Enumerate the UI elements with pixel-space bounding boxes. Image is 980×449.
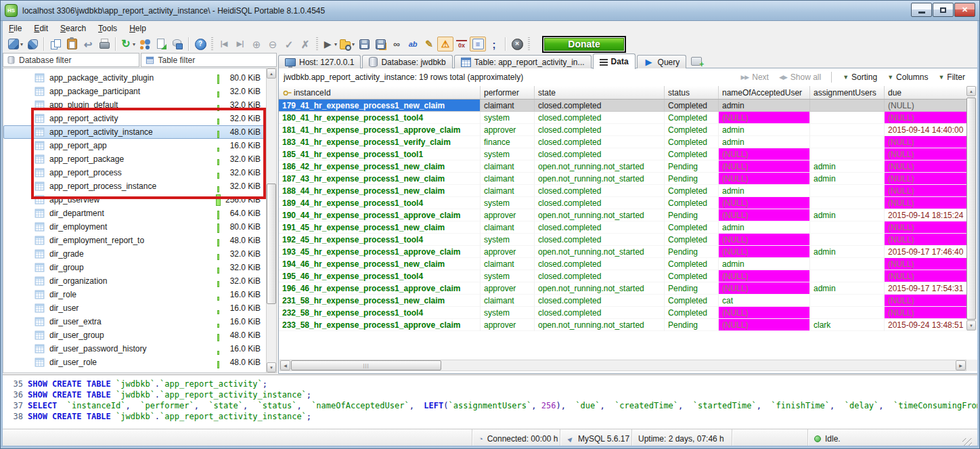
table-item-dir_employment[interactable]: dir_employment80.0 KiB — [3, 220, 266, 234]
data-row[interactable]: 192_45_hr_expense_process1_tool4systemcl… — [279, 234, 978, 246]
grid-cell[interactable]: claimant — [481, 221, 535, 234]
grid-cell[interactable]: cat — [719, 295, 810, 307]
grid-cell[interactable]: admin — [719, 221, 810, 234]
data-row[interactable]: 189_44_hr_expense_process1_tool4systemcl… — [279, 197, 978, 209]
grid-cell[interactable]: 190_44_hr_expense_process1_approve_claim — [279, 209, 481, 221]
close-button[interactable]: ✕ — [954, 3, 975, 17]
grid-cell[interactable]: 189_44_hr_expense_process1_tool4 — [279, 197, 481, 209]
grid-cell[interactable]: 231_58_hr_expense_process1_new_claim — [279, 295, 481, 307]
grid-cell[interactable]: admin — [719, 258, 810, 270]
grid-cell[interactable]: approver — [481, 124, 535, 136]
data-row[interactable]: 231_58_hr_expense_process1_new_claimclai… — [279, 295, 978, 307]
sorting-dropdown[interactable]: ▼Sorting — [843, 72, 877, 82]
data-row[interactable]: 193_45_hr_expense_process1_approve_claim… — [279, 246, 978, 258]
hex-view-toggle[interactable]: 0x — [453, 37, 470, 51]
scroll-left-icon[interactable]: ◀ — [280, 360, 290, 370]
error-warning-toggle[interactable]: ⚠ — [437, 37, 453, 51]
grid-cell[interactable]: Completed — [665, 221, 719, 234]
data-row[interactable]: 179_41_hr_expense_process1_new_claimclai… — [279, 100, 978, 112]
grid-cell[interactable]: 233_58_hr_expense_process1_approve_claim — [279, 319, 481, 331]
replace-text-button[interactable]: ab — [405, 37, 421, 51]
scroll-up-icon[interactable]: ▲ — [267, 68, 276, 79]
grid-cell[interactable]: (NULL) — [885, 148, 968, 161]
tab-data[interactable]: Data — [593, 54, 636, 69]
grid-cell[interactable]: closed.completed — [535, 136, 665, 148]
grid-cell[interactable]: closed.completed — [535, 258, 665, 270]
menu-edit[interactable]: Edit — [28, 22, 54, 35]
tab-database[interactable]: Database: jwdbkb — [362, 55, 452, 68]
grid-cell[interactable]: admin — [810, 173, 885, 185]
grid-cell[interactable]: 192_45_hr_expense_process1_tool4 — [279, 234, 481, 246]
table-item-app_plugin_default[interactable]: app_plugin_default32.0 KiB — [3, 98, 266, 112]
grid-cell[interactable]: (NULL) — [719, 161, 810, 173]
grid-cell[interactable]: Completed — [665, 100, 719, 112]
sql-log[interactable]: 35SHOW CREATE TABLE `jwdbkb`.`app_report… — [3, 375, 979, 429]
grid-cell[interactable]: admin — [719, 185, 810, 197]
table-item-app_report_app[interactable]: app_report_app16.0 KiB — [3, 139, 266, 152]
grid-cell[interactable]: Completed — [665, 124, 719, 136]
grid-cell[interactable] — [810, 185, 885, 197]
grid-cell[interactable]: approver — [481, 246, 535, 258]
data-row[interactable]: 196_46_hr_expense_process1_approve_claim… — [279, 282, 978, 295]
grid-cell[interactable]: Completed — [665, 185, 719, 197]
grid-cell[interactable]: Completed — [665, 258, 719, 270]
tree-scrollbar[interactable]: ▲ ▼ — [266, 68, 277, 373]
table-item-app_package_participant[interactable]: app_package_participant32.0 KiB — [3, 85, 266, 98]
grid-cell[interactable]: 191_45_hr_expense_process1_new_claim — [279, 221, 481, 234]
grid-cell[interactable] — [810, 124, 885, 136]
grid-cell[interactable]: 196_46_hr_expense_process1_approve_claim — [279, 282, 481, 295]
grid-cell[interactable]: (NULL) — [719, 197, 810, 209]
table-item-app_report_activity[interactable]: app_report_activity32.0 KiB — [3, 112, 266, 125]
grid-cell[interactable] — [810, 112, 885, 124]
grid-cell[interactable]: finance — [481, 136, 535, 148]
grid-cell[interactable]: Pending — [665, 161, 719, 173]
grid-cell[interactable]: 183_41_hr_expense_process1_verify_claim — [279, 136, 481, 148]
grid-cell[interactable]: Pending — [665, 246, 719, 258]
help-button[interactable]: ? — [192, 37, 208, 51]
grid-cell[interactable]: admin — [719, 136, 810, 148]
grid-cell[interactable]: (NULL) — [885, 100, 968, 112]
database-filter-input[interactable]: Database filter — [3, 53, 139, 67]
grid-cell[interactable]: (NULL) — [885, 173, 968, 185]
scroll-right-icon[interactable]: ▶ — [956, 360, 966, 370]
grid-cell[interactable]: 185_41_hr_expense_process1_tool1 — [279, 148, 481, 161]
menu-search[interactable]: Search — [54, 22, 92, 35]
grid-cell[interactable] — [810, 270, 885, 282]
grid-cell[interactable] — [810, 295, 885, 307]
grid-cell[interactable] — [810, 221, 885, 234]
data-row[interactable]: 187_43_hr_expense_process1_new_claimclai… — [279, 173, 978, 185]
menu-tools[interactable]: Tools — [92, 22, 123, 35]
data-row[interactable]: 232_58_hr_expense_process1_tool4systemcl… — [279, 307, 978, 319]
table-item-dir_user[interactable]: dir_user16.0 KiB — [3, 301, 266, 315]
data-row[interactable]: 180_41_hr_expense_process1_tool4systemcl… — [279, 112, 978, 124]
grid-cell[interactable]: 2015-09-17 17:46:40 — [885, 246, 968, 258]
table-item-dir_group[interactable]: dir_group32.0 KiB — [3, 261, 266, 274]
grid-cell[interactable]: system — [481, 112, 535, 124]
grid-cell[interactable]: 179_41_hr_expense_process1_new_claim — [279, 100, 481, 112]
grid-horizontal-scrollbar[interactable]: ◀ ||| ▶ — [280, 360, 966, 371]
grid-cell[interactable]: (NULL) — [885, 258, 968, 270]
grid-cell[interactable]: open.not_running.not_started — [535, 209, 665, 221]
grid-cell[interactable]: (NULL) — [719, 112, 810, 124]
grid-cell[interactable]: (NULL) — [885, 136, 968, 148]
delete-record-button[interactable]: ⊖ — [265, 37, 281, 51]
table-item-dir_user_role[interactable]: dir_user_role48.0 KiB — [3, 356, 266, 369]
grid-cell[interactable]: (NULL) — [719, 319, 810, 331]
menu-help[interactable]: Help — [123, 22, 152, 35]
grid-cell[interactable]: (NULL) — [719, 270, 810, 282]
menu-file[interactable]: File — [3, 22, 28, 35]
table-item-dir_role[interactable]: dir_role16.0 KiB — [3, 288, 266, 301]
grid-cell[interactable]: system — [481, 234, 535, 246]
grid-cell[interactable]: closed.completed — [535, 100, 665, 112]
save-sql-as-button[interactable] — [372, 37, 388, 51]
grid-cell[interactable]: claimant — [481, 258, 535, 270]
grid-cell[interactable]: (NULL) — [719, 148, 810, 161]
find-text-button[interactable]: ∞ — [388, 37, 405, 51]
grid-cell[interactable]: 180_41_hr_expense_process1_tool4 — [279, 112, 481, 124]
grid-hscrollbar-thumb[interactable]: ||| — [291, 360, 441, 370]
grid-cell[interactable]: closed.completed — [535, 221, 665, 234]
stop-button[interactable]: ✕ — [509, 37, 525, 51]
grid-cell[interactable]: Pending — [665, 282, 719, 295]
grid-cell[interactable]: clark — [810, 319, 885, 331]
column-header-instanceId[interactable]: instanceId — [279, 86, 481, 99]
